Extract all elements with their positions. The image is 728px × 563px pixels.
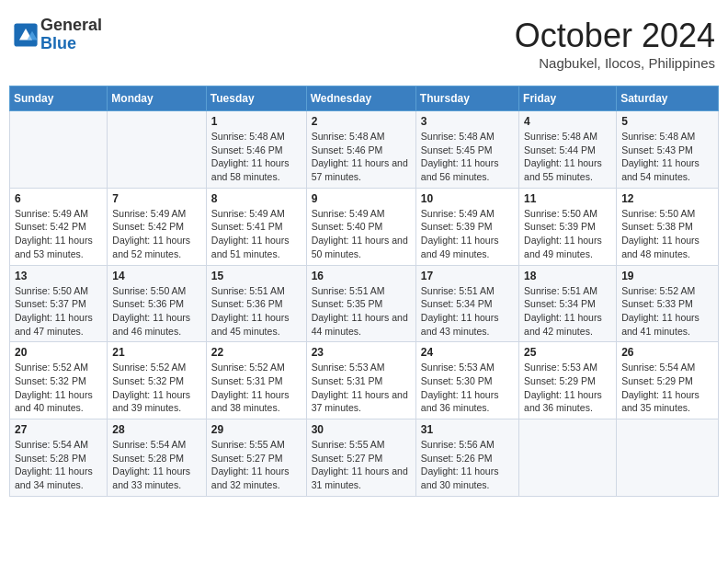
day-number: 26 — [621, 346, 713, 359]
logo-icon — [13, 22, 39, 48]
day-info: Sunrise: 5:54 AMSunset: 5:29 PMDaylight:… — [621, 361, 713, 415]
calendar-cell — [10, 111, 108, 189]
day-info: Sunrise: 5:49 AMSunset: 5:42 PMDaylight:… — [15, 207, 102, 261]
calendar-cell: 10Sunrise: 5:49 AMSunset: 5:39 PMDayligh… — [415, 188, 518, 265]
day-number: 31 — [421, 423, 514, 436]
day-info: Sunrise: 5:48 AMSunset: 5:46 PMDaylight:… — [312, 130, 411, 184]
month-title: October 2024 — [515, 17, 715, 55]
day-number: 11 — [524, 192, 611, 205]
weekday-header: Tuesday — [206, 86, 306, 111]
day-info: Sunrise: 5:55 AMSunset: 5:27 PMDaylight:… — [312, 438, 411, 492]
weekday-header: Monday — [108, 86, 206, 111]
calendar-cell: 29Sunrise: 5:55 AMSunset: 5:27 PMDayligh… — [206, 419, 306, 497]
day-info: Sunrise: 5:49 AMSunset: 5:42 PMDaylight:… — [112, 207, 200, 261]
day-info: Sunrise: 5:48 AMSunset: 5:46 PMDaylight:… — [211, 130, 301, 184]
calendar-cell: 8Sunrise: 5:49 AMSunset: 5:41 PMDaylight… — [206, 188, 306, 265]
calendar-cell — [519, 419, 617, 497]
calendar-cell: 30Sunrise: 5:55 AMSunset: 5:27 PMDayligh… — [306, 419, 415, 497]
day-number: 15 — [211, 270, 301, 282]
calendar-cell: 23Sunrise: 5:53 AMSunset: 5:31 PMDayligh… — [306, 342, 415, 419]
logo-text: General Blue — [40, 17, 102, 53]
calendar-cell: 12Sunrise: 5:50 AMSunset: 5:38 PMDayligh… — [617, 188, 719, 265]
calendar-cell — [617, 419, 719, 497]
calendar-cell: 22Sunrise: 5:52 AMSunset: 5:31 PMDayligh… — [206, 342, 306, 419]
calendar-table: SundayMondayTuesdayWednesdayThursdayFrid… — [9, 86, 719, 497]
weekday-header: Wednesday — [306, 86, 415, 111]
day-info: Sunrise: 5:49 AMSunset: 5:41 PMDaylight:… — [211, 207, 301, 261]
day-number: 19 — [621, 270, 713, 282]
day-info: Sunrise: 5:49 AMSunset: 5:39 PMDaylight:… — [421, 207, 514, 261]
day-number: 1 — [211, 115, 301, 128]
day-info: Sunrise: 5:51 AMSunset: 5:34 PMDaylight:… — [421, 284, 514, 339]
day-info: Sunrise: 5:55 AMSunset: 5:27 PMDaylight:… — [211, 438, 301, 492]
day-info: Sunrise: 5:50 AMSunset: 5:37 PMDaylight:… — [15, 284, 102, 339]
day-info: Sunrise: 5:54 AMSunset: 5:28 PMDaylight:… — [15, 438, 102, 492]
calendar-week-row: 20Sunrise: 5:52 AMSunset: 5:32 PMDayligh… — [10, 342, 719, 419]
logo-blue: Blue — [40, 35, 102, 53]
day-number: 6 — [15, 192, 102, 205]
day-info: Sunrise: 5:53 AMSunset: 5:31 PMDaylight:… — [312, 361, 411, 415]
calendar-cell: 26Sunrise: 5:54 AMSunset: 5:29 PMDayligh… — [617, 342, 719, 419]
calendar-cell: 21Sunrise: 5:52 AMSunset: 5:32 PMDayligh… — [108, 342, 206, 419]
day-number: 21 — [112, 346, 200, 359]
day-number: 4 — [524, 115, 611, 128]
weekday-header: Sunday — [10, 86, 108, 111]
day-info: Sunrise: 5:48 AMSunset: 5:44 PMDaylight:… — [524, 130, 611, 184]
day-number: 23 — [312, 346, 411, 359]
day-info: Sunrise: 5:50 AMSunset: 5:36 PMDaylight:… — [112, 284, 200, 339]
day-info: Sunrise: 5:51 AMSunset: 5:34 PMDaylight:… — [524, 284, 611, 339]
day-number: 3 — [421, 115, 514, 128]
day-number: 20 — [15, 346, 102, 359]
day-number: 2 — [312, 115, 411, 128]
logo-general: General — [40, 17, 102, 35]
day-info: Sunrise: 5:52 AMSunset: 5:31 PMDaylight:… — [211, 361, 301, 415]
day-number: 17 — [421, 270, 514, 282]
day-number: 25 — [524, 346, 611, 359]
day-number: 5 — [621, 115, 713, 128]
calendar-cell: 4Sunrise: 5:48 AMSunset: 5:44 PMDaylight… — [519, 111, 617, 189]
day-info: Sunrise: 5:52 AMSunset: 5:33 PMDaylight:… — [621, 284, 713, 339]
day-number: 16 — [312, 270, 411, 282]
title-block: October 2024 Nagbukel, Ilocos, Philippin… — [515, 17, 715, 71]
day-info: Sunrise: 5:52 AMSunset: 5:32 PMDaylight:… — [112, 361, 200, 415]
day-info: Sunrise: 5:53 AMSunset: 5:29 PMDaylight:… — [524, 361, 611, 415]
calendar-week-row: 1Sunrise: 5:48 AMSunset: 5:46 PMDaylight… — [10, 111, 719, 189]
day-info: Sunrise: 5:50 AMSunset: 5:39 PMDaylight:… — [524, 207, 611, 261]
weekday-header: Saturday — [617, 86, 719, 111]
calendar-cell: 16Sunrise: 5:51 AMSunset: 5:35 PMDayligh… — [306, 265, 415, 342]
day-info: Sunrise: 5:49 AMSunset: 5:40 PMDaylight:… — [312, 207, 411, 261]
location: Nagbukel, Ilocos, Philippines — [515, 55, 715, 71]
day-number: 24 — [421, 346, 514, 359]
logo: General Blue — [13, 17, 102, 53]
day-info: Sunrise: 5:56 AMSunset: 5:26 PMDaylight:… — [421, 438, 514, 492]
calendar-cell: 5Sunrise: 5:48 AMSunset: 5:43 PMDaylight… — [617, 111, 719, 189]
day-info: Sunrise: 5:48 AMSunset: 5:43 PMDaylight:… — [621, 130, 713, 184]
weekday-header-row: SundayMondayTuesdayWednesdayThursdayFrid… — [10, 86, 719, 111]
calendar-cell: 6Sunrise: 5:49 AMSunset: 5:42 PMDaylight… — [10, 188, 108, 265]
day-number: 13 — [15, 270, 102, 282]
day-info: Sunrise: 5:51 AMSunset: 5:36 PMDaylight:… — [211, 284, 301, 339]
day-number: 27 — [15, 423, 102, 436]
day-number: 7 — [112, 192, 200, 205]
calendar-cell: 15Sunrise: 5:51 AMSunset: 5:36 PMDayligh… — [206, 265, 306, 342]
calendar-cell: 14Sunrise: 5:50 AMSunset: 5:36 PMDayligh… — [108, 265, 206, 342]
day-number: 18 — [524, 270, 611, 282]
page-header: General Blue October 2024 Nagbukel, Iloc… — [9, 9, 719, 78]
day-number: 14 — [112, 270, 200, 282]
day-number: 22 — [211, 346, 301, 359]
calendar-cell: 20Sunrise: 5:52 AMSunset: 5:32 PMDayligh… — [10, 342, 108, 419]
day-info: Sunrise: 5:54 AMSunset: 5:28 PMDaylight:… — [112, 438, 200, 492]
calendar-cell: 9Sunrise: 5:49 AMSunset: 5:40 PMDaylight… — [306, 188, 415, 265]
day-number: 12 — [621, 192, 713, 205]
calendar-week-row: 13Sunrise: 5:50 AMSunset: 5:37 PMDayligh… — [10, 265, 719, 342]
calendar-cell: 7Sunrise: 5:49 AMSunset: 5:42 PMDaylight… — [108, 188, 206, 265]
calendar-cell: 24Sunrise: 5:53 AMSunset: 5:30 PMDayligh… — [415, 342, 518, 419]
calendar-week-row: 27Sunrise: 5:54 AMSunset: 5:28 PMDayligh… — [10, 419, 719, 497]
day-number: 30 — [312, 423, 411, 436]
weekday-header: Thursday — [415, 86, 518, 111]
calendar-cell: 31Sunrise: 5:56 AMSunset: 5:26 PMDayligh… — [415, 419, 518, 497]
day-number: 10 — [421, 192, 514, 205]
day-info: Sunrise: 5:48 AMSunset: 5:45 PMDaylight:… — [421, 130, 514, 184]
day-number: 28 — [112, 423, 200, 436]
calendar-cell: 19Sunrise: 5:52 AMSunset: 5:33 PMDayligh… — [617, 265, 719, 342]
